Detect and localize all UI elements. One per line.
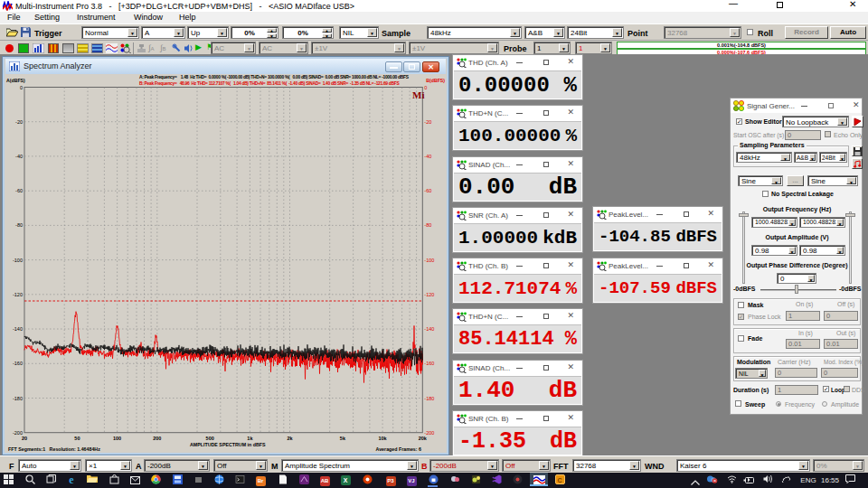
svg-text:Mi: Mi (412, 89, 424, 100)
svg-text:200: 200 (153, 436, 161, 441)
svg-text:-160: -160 (424, 361, 434, 366)
svg-text:10k: 10k (379, 436, 388, 441)
svg-text:-100: -100 (424, 258, 434, 263)
svg-text:5k: 5k (340, 436, 346, 441)
svg-text:0: 0 (424, 85, 427, 90)
svg-text:-160: -160 (13, 361, 23, 366)
svg-text:-80: -80 (15, 222, 23, 228)
svg-text:-180: -180 (13, 396, 23, 401)
svg-text:-20: -20 (15, 119, 23, 125)
svg-text:-80: -80 (424, 222, 431, 228)
svg-text:0: 0 (20, 85, 23, 90)
svg-text:-60: -60 (15, 188, 23, 193)
svg-text:-120: -120 (424, 292, 434, 297)
svg-text:-40: -40 (424, 154, 431, 159)
svg-text:-120: -120 (13, 292, 23, 297)
svg-text:-20: -20 (424, 119, 431, 125)
svg-text:20k: 20k (419, 436, 428, 441)
svg-text:100: 100 (113, 436, 121, 441)
svg-text:20: 20 (22, 436, 27, 441)
svg-text:-100: -100 (13, 258, 23, 263)
svg-text:2k: 2k (287, 436, 293, 441)
svg-text:50: 50 (74, 436, 80, 441)
svg-text:-140: -140 (13, 326, 23, 332)
svg-text:-180: -180 (424, 396, 434, 401)
svg-text:-60: -60 (424, 188, 431, 193)
svg-text:1k: 1k (247, 436, 253, 441)
svg-text:500: 500 (206, 436, 214, 441)
svg-text:-140: -140 (424, 326, 434, 332)
svg-text:-40: -40 (15, 154, 23, 159)
